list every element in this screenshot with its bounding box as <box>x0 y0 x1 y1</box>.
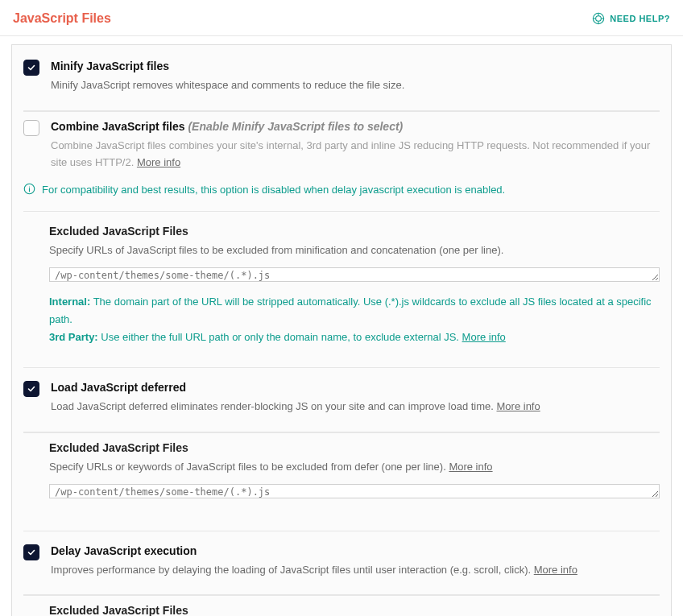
excluded-defer-more-info-link[interactable]: More info <box>449 461 492 473</box>
check-icon <box>27 548 36 557</box>
divider <box>23 594 660 596</box>
combine-aside: (Enable Minify JavaScript files to selec… <box>188 120 403 133</box>
option-minify: Minify JavaScript files Minify JavaScrip… <box>23 58 660 97</box>
excluded-defer-section: Excluded JavaScript Files Specify URLs o… <box>49 441 660 502</box>
defer-desc-row: Load JavaScript deferred eliminates rend… <box>51 399 660 415</box>
divider <box>23 110 660 112</box>
defer-title: Load JavaScript deferred <box>51 381 660 394</box>
hint-internal-text: The domain part of the URL will be strip… <box>49 296 652 325</box>
excluded-minify-desc: Specify URLs of JavaScript files to be e… <box>49 242 660 259</box>
need-help-button[interactable]: NEED HELP? <box>592 12 670 25</box>
svg-point-1 <box>596 16 602 22</box>
divider <box>23 531 660 531</box>
defer-more-info-link[interactable]: More info <box>497 400 540 412</box>
excluded-minify-section: Excluded JavaScript Files Specify URLs o… <box>49 225 660 346</box>
hint-3p-text: Use either the full URL path or only the… <box>98 331 462 343</box>
combine-checkbox <box>23 120 39 136</box>
excluded-defer-textarea[interactable] <box>49 484 660 498</box>
minify-checkbox[interactable] <box>23 60 39 76</box>
hint-3p-label: 3rd Party: <box>49 331 98 343</box>
minify-desc: Minify JavaScript removes whitespace and… <box>51 77 660 94</box>
excluded-delay-heading: Excluded JavaScript Files <box>49 604 660 616</box>
info-icon <box>23 182 35 200</box>
hint-internal-label: Internal: <box>49 296 90 308</box>
page-title: JavaScript Files <box>13 11 111 26</box>
combine-title-row: Combine JavaScript files (Enable Minify … <box>51 120 660 133</box>
excluded-minify-more-info-link[interactable]: More info <box>462 331 506 343</box>
need-help-label: NEED HELP? <box>610 14 670 23</box>
divider <box>23 211 660 212</box>
section-header: JavaScript Files NEED HELP? <box>0 0 683 36</box>
defer-checkbox[interactable] <box>23 381 39 397</box>
delay-desc: Improves performance by delaying the loa… <box>51 564 534 576</box>
divider <box>23 432 660 433</box>
delay-checkbox[interactable] <box>23 544 39 560</box>
minify-title: Minify JavaScript files <box>51 60 660 72</box>
check-icon <box>27 63 36 72</box>
combine-disabled-notice: For compatibility and best results, this… <box>23 182 660 200</box>
option-combine: Combine JavaScript files (Enable Minify … <box>23 118 660 175</box>
help-icon <box>592 12 605 25</box>
excluded-defer-desc: Specify URLs or keywords of JavaScript f… <box>49 461 449 473</box>
defer-desc: Load JavaScript deferred eliminates rend… <box>51 400 497 412</box>
delay-title: Delay JavaScript execution <box>51 544 660 557</box>
excluded-minify-hint: Internal: The domain part of the URL wil… <box>49 293 660 346</box>
check-icon <box>27 384 36 394</box>
combine-title: Combine JavaScript files <box>51 120 185 133</box>
excluded-defer-desc-row: Specify URLs or keywords of JavaScript f… <box>49 459 660 476</box>
divider <box>23 367 660 368</box>
excluded-minify-textarea[interactable] <box>49 267 660 282</box>
delay-desc-row: Improves performance by delaying the loa… <box>51 562 660 579</box>
combine-notice-text: For compatibility and best results, this… <box>42 182 505 198</box>
combine-more-info-link[interactable]: More info <box>137 156 180 168</box>
excluded-minify-heading: Excluded JavaScript Files <box>49 225 660 238</box>
excluded-defer-heading: Excluded JavaScript Files <box>49 441 660 454</box>
combine-desc-row: Combine JavaScript files combines your s… <box>51 138 660 172</box>
option-defer: Load JavaScript deferred Load JavaScript… <box>23 379 660 419</box>
excluded-delay-section: Excluded JavaScript Files Specify URLs o… <box>49 604 660 616</box>
delay-more-info-link[interactable]: More info <box>534 564 577 576</box>
settings-panel: Minify JavaScript files Minify JavaScrip… <box>11 44 672 616</box>
option-delay: Delay JavaScript execution Improves perf… <box>23 543 660 582</box>
